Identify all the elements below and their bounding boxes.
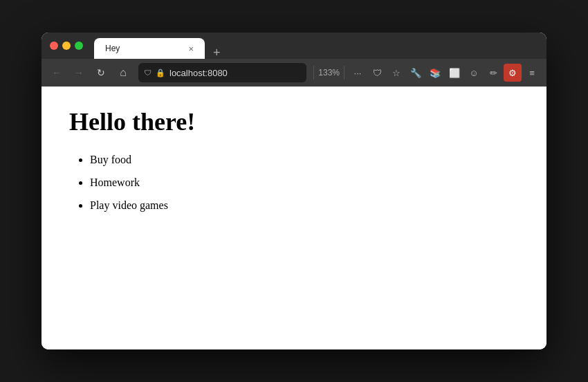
browser-window: Hey × + ← → ↻ ⌂ 🛡 🔒 localhost:8080 133% … <box>42 33 546 349</box>
reload-button[interactable]: ↻ <box>91 63 111 82</box>
more-button[interactable]: ··· <box>349 64 367 82</box>
zoom-level: 133% <box>313 66 344 80</box>
bookmark-icon[interactable]: ☆ <box>387 64 405 82</box>
shield-icon: 🛡 <box>144 69 151 77</box>
home-button[interactable]: ⌂ <box>113 63 133 82</box>
sidebar-icon[interactable]: ⬜ <box>445 64 463 82</box>
new-tab-button[interactable]: + <box>208 46 226 59</box>
menu-icon[interactable]: ≡ <box>523 64 541 82</box>
title-bar: Hey × + <box>42 33 546 59</box>
tab-label: Hey <box>105 44 183 53</box>
tab-close-icon[interactable]: × <box>188 44 194 53</box>
maximize-button[interactable] <box>75 42 83 50</box>
address-bar[interactable]: 🛡 🔒 localhost:8080 <box>138 63 306 82</box>
close-button[interactable] <box>50 42 58 50</box>
address-text: localhost:8080 <box>169 68 301 78</box>
page-content: Hello there! Buy food Homework Play vide… <box>42 87 546 349</box>
back-button[interactable]: ← <box>47 63 66 82</box>
shield2-icon[interactable]: 🛡 <box>368 64 386 82</box>
pen-icon[interactable]: ✏ <box>484 64 502 82</box>
lock-icon: 🔒 <box>156 69 165 78</box>
minimize-button[interactable] <box>62 42 71 50</box>
tools-icon[interactable]: 🔧 <box>407 64 425 82</box>
nav-bar: ← → ↻ ⌂ 🛡 🔒 localhost:8080 133% ··· 🛡 ☆ <box>42 59 546 87</box>
settings-icon[interactable]: ⚙ <box>504 64 522 82</box>
browser-tab[interactable]: Hey × <box>94 38 205 59</box>
traffic-lights <box>50 42 83 50</box>
nav-right-icons: ··· 🛡 ☆ 🔧 📚 ⬜ ☺ ✏ ⚙ <box>349 64 541 82</box>
profile-icon[interactable]: ☺ <box>465 64 483 82</box>
list-item: Play video games <box>90 196 519 216</box>
list-item: Homework <box>90 173 519 193</box>
library-icon[interactable]: 📚 <box>426 64 444 82</box>
tab-area: Hey × + <box>94 33 538 59</box>
list-item: Buy food <box>90 150 519 170</box>
page-heading: Hello there! <box>69 107 519 136</box>
page-list: Buy food Homework Play video games <box>69 150 519 215</box>
forward-button[interactable]: → <box>69 63 89 82</box>
